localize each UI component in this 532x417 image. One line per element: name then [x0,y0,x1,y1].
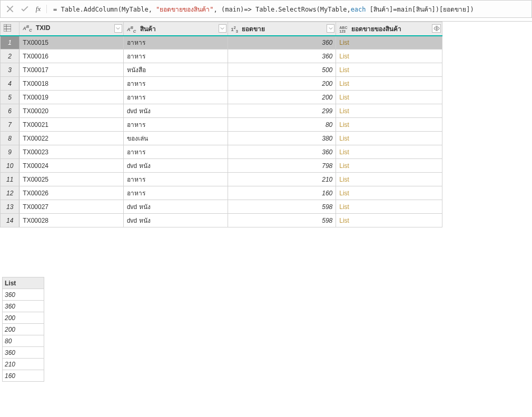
cell-sales[interactable]: 200 [228,91,336,104]
cell-txid[interactable]: TX00026 [19,186,124,200]
table-row[interactable]: 6TX00020dvd หนัง299List [1,104,442,118]
row-number[interactable]: 10 [1,159,19,173]
cell-sales[interactable]: 598 [228,200,336,214]
column-header-product[interactable]: ABC สินค้า [123,22,228,36]
cell-sales[interactable]: 598 [228,214,336,227]
table-row[interactable]: 2TX00016อาหาร360List [1,49,442,63]
row-number[interactable]: 6 [1,104,19,118]
table-row[interactable]: 3TX00017หนังสือ500List [1,63,442,77]
cell-sales[interactable]: 360 [228,145,336,159]
cell-product[interactable]: อาหาร [123,173,228,186]
table-row[interactable]: 1TX00015อาหาร360List [1,36,442,49]
filter-dropdown[interactable] [219,24,226,33]
cell-txid[interactable]: TX00025 [19,173,124,186]
cell-product[interactable]: ของเล่น [123,132,228,145]
table-row[interactable]: 7TX00021อาหาร80List [1,118,442,132]
table-row[interactable]: 12TX00026อาหาร160List [1,186,442,200]
cell-sales[interactable]: 80 [228,118,336,132]
table-row[interactable]: 11TX00025อาหาร210List [1,173,442,186]
list-item[interactable]: 210 [3,359,44,370]
row-number[interactable]: 12 [1,186,19,200]
cell-list-link[interactable]: List [336,173,442,186]
cell-list-link[interactable]: List [336,200,442,214]
list-item[interactable]: 80 [3,335,44,347]
cell-product[interactable]: อาหาร [123,77,228,91]
table-row[interactable]: 5TX00019อาหาร200List [1,91,442,104]
cell-product[interactable]: หนังสือ [123,63,228,77]
cell-product[interactable]: อาหาร [123,186,228,200]
cell-txid[interactable]: TX00015 [19,36,124,49]
list-item[interactable]: 200 [3,324,44,335]
list-item[interactable]: 160 [3,370,44,382]
cell-product[interactable]: dvd หนัง [123,214,228,227]
cell-product[interactable]: dvd หนัง [123,200,228,214]
cell-list-link[interactable]: List [336,118,442,132]
filter-dropdown[interactable] [114,24,122,33]
table-corner[interactable] [1,22,19,36]
table-row[interactable]: 4TX00018อาหาร200List [1,77,442,91]
table-row[interactable]: 9TX00023อาหาร360List [1,145,442,159]
table-row[interactable]: 10TX00024dvd หนัง798List [1,159,442,173]
cell-txid[interactable]: TX00018 [19,77,124,91]
row-number[interactable]: 1 [1,36,19,49]
cell-sales[interactable]: 200 [228,77,336,91]
cell-txid[interactable]: TX00023 [19,145,124,159]
cell-list-link[interactable]: List [336,63,442,77]
cell-product[interactable]: dvd หนัง [123,159,228,173]
list-item[interactable]: 360 [3,289,44,301]
preview-header[interactable]: List [3,277,44,289]
cell-sales[interactable]: 299 [228,104,336,118]
row-number[interactable]: 13 [1,200,19,214]
cell-list-link[interactable]: List [336,91,442,104]
cell-sales[interactable]: 210 [228,173,336,186]
column-header-txid[interactable]: ABC TXID [19,22,124,36]
cell-product[interactable]: อาหาร [123,118,228,132]
cell-txid[interactable]: TX00024 [19,159,124,173]
cell-list-link[interactable]: List [336,132,442,145]
filter-dropdown[interactable] [327,24,334,33]
cell-product[interactable]: dvd หนัง [123,104,228,118]
cell-list-link[interactable]: List [336,77,442,91]
row-number[interactable]: 11 [1,173,19,186]
row-number[interactable]: 14 [1,214,19,227]
cell-list-link[interactable]: List [336,104,442,118]
cell-sales[interactable]: 380 [228,132,336,145]
row-number[interactable]: 7 [1,118,19,132]
cell-txid[interactable]: TX00021 [19,118,124,132]
cell-txid[interactable]: TX00016 [19,49,124,63]
cell-txid[interactable]: TX00027 [19,200,124,214]
table-row[interactable]: 14TX00028dvd หนัง598List [1,214,442,227]
row-number[interactable]: 8 [1,132,19,145]
cell-list-link[interactable]: List [336,36,442,49]
cell-txid[interactable]: TX00019 [19,91,124,104]
table-row[interactable]: 13TX00027dvd หนัง598List [1,200,442,214]
list-item[interactable]: 200 [3,312,44,324]
cell-sales[interactable]: 360 [228,36,336,49]
formula-input[interactable]: = Table.AddColumn(MyTable, "ยอดขายของสิน… [51,4,528,14]
list-item[interactable]: 360 [3,301,44,312]
cell-product[interactable]: อาหาร [123,91,228,104]
cell-sales[interactable]: 798 [228,159,336,173]
cell-product[interactable]: อาหาร [123,36,228,49]
expand-column-button[interactable] [432,24,441,33]
cancel-formula-button[interactable] [4,3,16,15]
row-number[interactable]: 9 [1,145,19,159]
cell-product[interactable]: อาหาร [123,49,228,63]
cell-list-link[interactable]: List [336,186,442,200]
confirm-formula-button[interactable] [18,3,31,15]
table-row[interactable]: 8TX00022ของเล่น380List [1,132,442,145]
row-number[interactable]: 5 [1,91,19,104]
row-number[interactable]: 2 [1,49,19,63]
cell-txid[interactable]: TX00020 [19,104,124,118]
cell-list-link[interactable]: List [336,214,442,227]
cell-sales[interactable]: 160 [228,186,336,200]
list-item[interactable]: 360 [3,347,44,359]
column-header-sales[interactable]: 123 ยอดขาย [228,22,336,36]
cell-sales[interactable]: 360 [228,49,336,63]
cell-txid[interactable]: TX00022 [19,132,124,145]
cell-list-link[interactable]: List [336,159,442,173]
cell-list-link[interactable]: List [336,145,442,159]
row-number[interactable]: 3 [1,63,19,77]
cell-sales[interactable]: 500 [228,63,336,77]
cell-txid[interactable]: TX00017 [19,63,124,77]
